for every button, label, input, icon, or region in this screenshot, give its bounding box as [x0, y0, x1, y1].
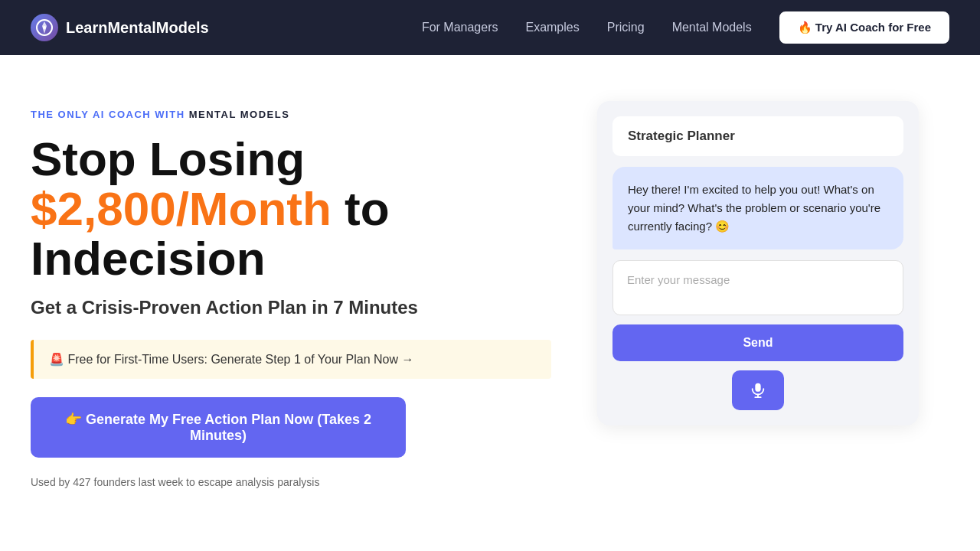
brand-logo[interactable]: LearnMentalModels: [31, 14, 209, 41]
try-ai-coach-button[interactable]: 🔥 Try AI Coach for Free: [779, 11, 949, 44]
navbar: LearnMentalModels For Managers Examples …: [0, 0, 980, 55]
chat-input-wrapper[interactable]: Enter your message: [612, 260, 903, 315]
main-content: THE ONLY AI COACH WITH MENTAL MODELS Sto…: [0, 55, 980, 519]
generate-action-plan-button[interactable]: 👉 Generate My Free Action Plan Now (Take…: [31, 397, 406, 458]
headline-line3: Indecision: [31, 233, 551, 283]
hero-section: THE ONLY AI COACH WITH MENTAL MODELS Sto…: [31, 101, 551, 488]
svg-point-1: [43, 26, 46, 29]
eyebrow-blue: THE ONLY AI COACH WITH: [31, 109, 185, 120]
nav-mental-models[interactable]: Mental Models: [672, 21, 752, 34]
nav-links: For Managers Examples Pricing Mental Mod…: [422, 11, 949, 44]
notice-box: 🚨 Free for First-Time Users: Generate St…: [31, 340, 551, 379]
chat-messages: Hey there! I'm excited to help you out! …: [612, 167, 903, 249]
headline-line1: Stop Losing: [31, 134, 551, 184]
headline-to: to: [332, 182, 390, 235]
chat-widget-section: Strategic Planner Hey there! I'm excited…: [597, 101, 919, 425]
hero-headline: Stop Losing $2,800/Month to Indecision: [31, 134, 551, 283]
headline-line2: $2,800/Month to: [31, 184, 551, 233]
chat-widget: Strategic Planner Hey there! I'm excited…: [597, 101, 919, 425]
eyebrow-dark: MENTAL MODELS: [185, 109, 290, 120]
mic-button[interactable]: [732, 370, 784, 410]
nav-pricing[interactable]: Pricing: [607, 21, 645, 34]
brand-icon: [31, 14, 58, 41]
nav-for-managers[interactable]: For Managers: [422, 21, 498, 34]
chat-header: Strategic Planner: [612, 116, 903, 156]
chat-input-placeholder: Enter your message: [627, 273, 730, 286]
eyebrow: THE ONLY AI COACH WITH MENTAL MODELS: [31, 109, 551, 120]
notice-text: 🚨 Free for First-Time Users: Generate St…: [49, 353, 413, 366]
mic-button-wrapper: [612, 370, 903, 410]
brand-name: LearnMentalModels: [66, 19, 209, 37]
send-button[interactable]: Send: [612, 324, 903, 361]
svg-rect-2: [755, 383, 760, 392]
social-proof: Used by 427 founders last week to escape…: [31, 476, 551, 488]
hero-highlight: $2,800/Month: [31, 182, 332, 235]
nav-examples[interactable]: Examples: [525, 21, 579, 34]
ai-message-bubble: Hey there! I'm excited to help you out! …: [612, 167, 903, 249]
hero-subheadline: Get a Crisis-Proven Action Plan in 7 Min…: [31, 297, 551, 318]
